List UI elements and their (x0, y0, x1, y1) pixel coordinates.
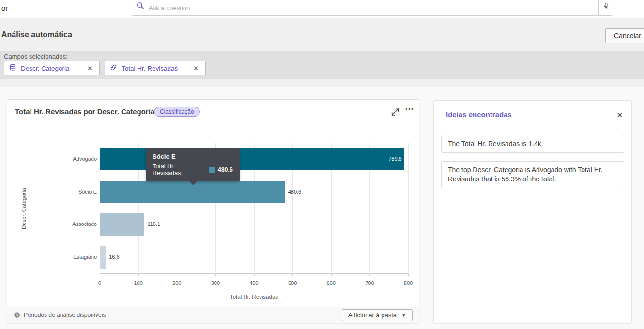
add-to-sheet-button[interactable]: Adicionar à pasta ▼ (342, 309, 413, 321)
x-tick-label: 600 (327, 280, 336, 286)
insights-panel: Ideias encontradas ✕ The Total Hr. Revis… (433, 100, 632, 323)
field-chip-label: Total Hr. Revisadas (122, 65, 191, 72)
page-title: Análise automática (1, 30, 72, 39)
category-label: Advogado (10, 156, 97, 162)
chart-title: Total Hr. Revisadas por Descr. Categoria (15, 107, 154, 116)
tooltip-arrow (189, 181, 197, 185)
chart-card-footer: Períodos de análise disponíveis Adiciona… (7, 307, 419, 323)
tooltip-color-swatch (209, 167, 215, 173)
chart-card: Total Hr. Revisadas por Descr. Categoria… (7, 99, 419, 323)
gridline (408, 143, 409, 274)
classification-badge: Classificação (154, 107, 200, 117)
x-tick-label: 300 (211, 280, 220, 286)
x-tick-label: 700 (365, 280, 374, 286)
x-tick-label: 100 (134, 280, 142, 286)
insight-item: The Total Hr. Revisadas is 1.4k. (441, 135, 624, 153)
selected-fields-label: Campos selecionados: (4, 53, 68, 60)
bar-chart-area: Descr. Categoria Total Hr. Revisadas Sóc… (7, 124, 419, 308)
bar-associado[interactable] (100, 213, 144, 236)
x-tick-label: 200 (172, 280, 181, 286)
measure-link-icon (110, 64, 117, 73)
fullscreen-expand-icon[interactable] (390, 107, 401, 117)
analysis-periods-note: Períodos de análise disponíveis (14, 312, 106, 318)
bar-value-label: 480.6 (288, 189, 302, 194)
auto-analysis-section: Análise automática Cancelar Campos selec… (0, 18, 644, 87)
insights-panel-title: Ideias encontradas (446, 110, 512, 119)
x-axis-tick (408, 274, 409, 276)
x-axis-tick (292, 274, 293, 276)
x-axis-tick (369, 274, 370, 276)
top-bar: or (0, 0, 644, 17)
x-axis-title: Total Hr. Revisadas (100, 294, 408, 299)
x-tick-label: 800 (404, 280, 413, 286)
search-icon (136, 1, 144, 12)
chart-card-header: Total Hr. Revisadas por Descr. Categoria… (7, 100, 419, 124)
cancel-button[interactable]: Cancelar (605, 28, 644, 43)
app-title-truncated: or (1, 4, 8, 12)
x-tick-label: 0 (98, 280, 101, 286)
bar-value-label: 789.6 (388, 156, 402, 162)
search-input[interactable] (149, 4, 594, 12)
x-axis-tick (215, 274, 216, 276)
chevron-down-icon: ▼ (401, 313, 406, 318)
x-axis-tick (331, 274, 332, 276)
tooltip-value: 480.6 (218, 166, 233, 173)
bar-value-label: 116.1 (147, 221, 160, 227)
field-chip-descr-categoria[interactable]: Descr. Categoria ✕ (4, 61, 100, 75)
dimension-database-icon (9, 64, 16, 73)
x-axis-tick (100, 274, 100, 276)
x-axis-tick (177, 274, 177, 276)
close-panel-icon[interactable]: ✕ (615, 110, 624, 120)
tooltip-measure-label: Total Hr. Revisadas: (153, 163, 204, 177)
remove-field-icon[interactable]: ✕ (191, 64, 200, 73)
chart-plot: Total Hr. Revisadas Sócio E Total Hr. Re… (100, 143, 408, 274)
x-axis-tick (254, 274, 255, 276)
x-tick-label: 400 (249, 280, 258, 286)
category-label: Estagiário (10, 254, 97, 260)
bar-estagi-rio[interactable] (100, 246, 106, 269)
x-axis-tick (138, 274, 139, 276)
field-chip-total-hr-revisadas[interactable]: Total Hr. Revisadas ✕ (105, 61, 206, 75)
selected-fields-band: Campos selecionados: Descr. Categoria ✕ … (0, 51, 644, 79)
bar-value-label: 16.6 (109, 254, 119, 260)
more-options-menu-icon[interactable]: ••• (405, 105, 414, 113)
insight-item: The top Descr. Categoria is Advogado wit… (441, 161, 624, 188)
chart-tooltip: Sócio E Total Hr. Revisadas: 480.6 (146, 148, 240, 181)
insights-panel-header: Ideias encontradas ✕ (434, 101, 631, 120)
x-tick-label: 500 (288, 280, 297, 286)
voice-search-button[interactable] (598, 0, 613, 16)
category-label: Sócio E (10, 189, 97, 194)
tooltip-category: Sócio E (153, 153, 233, 160)
category-label: Associado (10, 221, 97, 227)
microphone-icon (603, 1, 610, 12)
ask-question-searchbar[interactable] (131, 0, 599, 16)
remove-field-icon[interactable]: ✕ (85, 64, 94, 73)
field-chip-label: Descr. Categoria (21, 65, 85, 72)
clock-icon (14, 312, 20, 318)
